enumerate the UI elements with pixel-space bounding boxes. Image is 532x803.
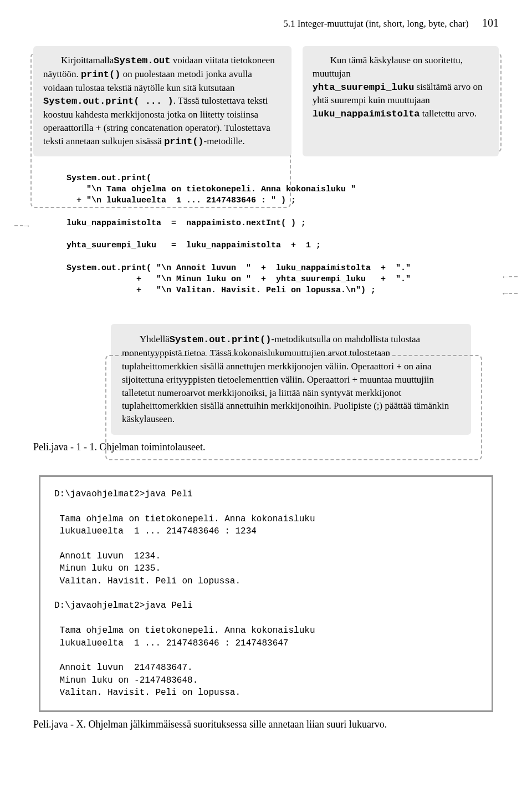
inline-code: System.out.print()	[170, 334, 272, 345]
text: -metodikutsulla on mahdollista tulostaa …	[122, 334, 449, 424]
inline-code: System.out.print( ... )	[43, 96, 173, 106]
page-header: 5.1 Integer-muuttujat (int, short, long,…	[33, 17, 499, 29]
figure-caption-1: Peli.java - 1 - 1. Ohjelman toimintolaus…	[33, 441, 499, 453]
console-output: D:\javaohjelmat2>java Peli Tama ohjelma …	[39, 475, 493, 712]
inline-code: luku_nappaimistolta	[313, 109, 420, 119]
inline-code: print()	[81, 69, 120, 80]
text: -metodille.	[204, 136, 245, 146]
section-title: 5.1 Integer-muuttujat (int, short, long,…	[283, 18, 468, 29]
inline-code: System.out	[114, 55, 170, 66]
callout-bottom: Yhdellä System.out.print()-metodikutsull…	[111, 324, 471, 435]
text: Yhdellä	[122, 333, 170, 346]
figure-caption-2: Peli.java - X. Ohjelman jälkimmäisessä s…	[33, 719, 499, 730]
callout-left: Kirjoittamalla System.out voidaan viitat…	[33, 46, 291, 156]
callout-row: Kirjoittamalla System.out voidaan viitat…	[33, 46, 499, 156]
code-listing: System.out.print( "\n Tama ohjelma on ti…	[33, 173, 499, 297]
inline-code: yhta_suurempi_luku	[313, 82, 415, 93]
page-number: 101	[482, 17, 499, 29]
arrow-icon: →	[22, 221, 31, 231]
arrow-icon: ←	[501, 288, 510, 298]
inline-code: print()	[164, 136, 203, 147]
text: talletettu arvo.	[420, 108, 477, 119]
text: Kun tämä käskylause on suoritettu, muutt…	[313, 54, 489, 80]
arrow-icon: ←	[501, 272, 510, 282]
text: Kirjoittamalla	[43, 54, 114, 67]
callout-right: Kun tämä käskylause on suoritettu, muutt…	[303, 46, 499, 156]
